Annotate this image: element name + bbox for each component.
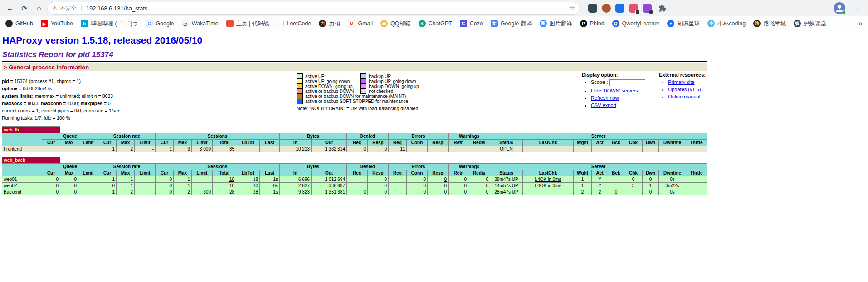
column-header: Dwn <box>643 170 659 176</box>
column-header: Max <box>117 139 135 146</box>
stat-cell: 0 <box>468 189 490 195</box>
stat-cell <box>624 189 643 195</box>
row-name: Backend <box>2 189 42 195</box>
column-header: Limit <box>135 170 156 176</box>
bookmark-item[interactable]: ▶YouTube <box>41 20 73 27</box>
browser-menu-icon[interactable]: ⋮ <box>852 4 864 13</box>
stat-link[interactable]: L4OK in 0ms <box>535 177 561 182</box>
stat-cell: 1 <box>98 189 117 195</box>
stat-cell: 1 <box>574 182 592 189</box>
stat-cell: 28 <box>236 189 260 195</box>
extension-icon[interactable] <box>615 4 624 13</box>
extension-icon[interactable] <box>643 4 652 13</box>
bookmark-star-icon[interactable]: ☆ <box>569 4 575 12</box>
bookmark-label: Google <box>156 20 174 27</box>
bookmarks-overflow-icon[interactable]: » <box>858 19 863 28</box>
display-option-link[interactable]: CSV export <box>591 102 616 108</box>
stat-cell <box>608 146 624 152</box>
reload-icon[interactable]: ⟳ <box>18 2 31 15</box>
column-header: Max <box>174 170 192 176</box>
stat-cell: L4OK in 0ms <box>523 176 574 182</box>
bookmark-label: 力扣 <box>329 20 340 28</box>
profile-avatar[interactable] <box>834 2 845 14</box>
bookmark-item[interactable]: MGmail <box>348 20 373 27</box>
stat-cell: 1s <box>260 189 280 195</box>
column-header: Limit <box>78 139 98 146</box>
external-resource-link[interactable]: Online manual <box>668 94 700 99</box>
bookmark-item[interactable]: 力力扣 <box>319 20 340 28</box>
stat-link[interactable]: L4OK in 0ms <box>535 183 561 188</box>
display-option-link[interactable]: Refresh now <box>591 95 619 101</box>
proxy-name-link[interactable]: web_lb <box>2 126 60 133</box>
extension-icon[interactable] <box>588 4 597 13</box>
bookmark-item[interactable]: ✉QQ邮箱 <box>380 20 410 28</box>
stat-cell: 0 <box>407 189 428 195</box>
bookmark-item[interactable]: QQwertyLearner <box>612 20 660 27</box>
stat-link[interactable]: 0 <box>444 183 447 188</box>
option-list-item: Updates (v1.5) <box>668 87 706 92</box>
bookmark-item[interactable]: 文Google 翻译 <box>491 20 532 28</box>
stat-link[interactable]: 10 <box>229 183 234 188</box>
presence-dot <box>842 10 846 15</box>
column-header: Total <box>213 139 236 146</box>
bookmark-item[interactable]: 图图片翻译 <box>540 20 572 28</box>
bookmark-item[interactable]: GitHub <box>5 20 33 27</box>
leetcode-favicon-icon: ⌐ <box>277 20 284 27</box>
home-icon[interactable]: ⌂ <box>33 2 45 15</box>
column-header: Req <box>347 139 368 146</box>
stat-cell: 11 <box>389 146 407 152</box>
column-header: Act <box>592 170 608 176</box>
zsxq-favicon-icon: ✦ <box>667 20 674 27</box>
stat-cell: 0 <box>468 176 490 182</box>
proxy-name-link[interactable]: web_back <box>2 157 60 163</box>
display-option-link[interactable]: Hide 'DOWN' servers <box>591 88 638 93</box>
legend-color-box <box>297 89 303 94</box>
bookmark-item[interactable]: ⌐LeetCode <box>277 20 311 27</box>
luffy-favicon-icon: 路 <box>753 20 761 27</box>
bookmark-item[interactable]: 蚁蚂蚁课堂 <box>794 20 826 28</box>
extensions-puzzle-icon[interactable] <box>658 4 666 12</box>
extension-icon[interactable] <box>629 4 638 13</box>
scope-input[interactable] <box>609 79 645 86</box>
address-bar[interactable]: ⚠ 不安全 192.168.6.131/ha_stats ☆ <box>47 2 580 15</box>
stat-cell: 1 012 694 <box>312 176 347 182</box>
bookmark-item[interactable]: ✳ChatGPT <box>419 20 452 27</box>
stat-cell: - <box>78 182 98 189</box>
legend-label: active or backup DOWN for maintenance (M… <box>303 94 425 99</box>
process-info-line: maxsock = 8033; maxconn = 4000; maxpipes… <box>2 100 297 107</box>
column-header: Out <box>312 139 347 146</box>
google-translate-favicon-icon: 文 <box>491 20 498 27</box>
external-resource-link[interactable]: Updates (v1.5) <box>668 87 701 92</box>
bookmark-item[interactable]: ◷WakaTime <box>182 20 219 27</box>
stat-cell: 28 <box>213 189 236 195</box>
stat-link[interactable]: 0 <box>444 190 447 194</box>
extension-icon[interactable] <box>602 4 611 13</box>
bookmark-item[interactable]: 主页 | 代码战 <box>226 20 269 28</box>
bookmark-label: QwertyLearner <box>622 20 660 27</box>
bookmark-item[interactable]: PPhind <box>580 20 605 27</box>
page-title[interactable]: HAProxy version 1.5.18, released 2016/05… <box>2 35 707 46</box>
column-header: Chk <box>624 139 643 146</box>
back-icon[interactable]: ← <box>4 2 16 15</box>
stat-link[interactable]: 35 <box>229 146 234 151</box>
stat-cell: 2 627 <box>280 182 312 189</box>
stat-link[interactable]: 18 <box>229 177 234 182</box>
bookmark-item[interactable]: ✦知识星球 <box>667 20 700 28</box>
stat-cell: 2 <box>592 189 608 195</box>
bookmark-item[interactable]: 小小林coding <box>707 20 746 28</box>
external-resource-link[interactable]: Primary site <box>668 79 694 85</box>
bookmark-item[interactable]: CCoze <box>460 20 483 27</box>
chatgpt-favicon-icon: ✳ <box>419 20 426 27</box>
stat-cell: 1 <box>174 182 192 189</box>
bookmark-item[interactable]: b哔哩哔哩 (゜-゜)つ <box>81 20 138 28</box>
external-resources-title: External resources: <box>659 72 706 78</box>
stat-cell: 2 <box>574 189 592 195</box>
column-header: Act <box>592 139 608 146</box>
column-header: Req <box>389 139 407 146</box>
stat-link[interactable]: 28 <box>229 190 234 194</box>
stat-link[interactable]: 0 <box>444 177 447 182</box>
stat-link[interactable]: 3 <box>632 183 635 188</box>
bookmark-item[interactable]: GGoogle <box>146 20 174 27</box>
column-header: LastChk <box>523 139 574 146</box>
bookmark-item[interactable]: 路路飞学城 <box>753 20 786 28</box>
